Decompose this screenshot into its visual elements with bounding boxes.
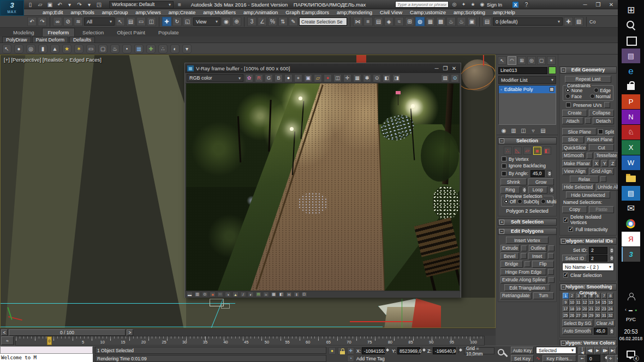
loop-button[interactable]: Loop bbox=[528, 186, 548, 194]
select-object-icon[interactable]: ↖ bbox=[116, 17, 125, 26]
create-tab[interactable]: ↖ bbox=[498, 56, 506, 65]
inset-settings-button[interactable] bbox=[548, 253, 554, 259]
hinge-from-edge-button[interactable]: Hinge From Edge bbox=[500, 268, 546, 275]
full-interactivity-checkbox[interactable] bbox=[568, 227, 573, 232]
chess-app-icon[interactable]: ♘ bbox=[622, 125, 640, 140]
sphere-tool-icon[interactable]: ● bbox=[14, 44, 23, 53]
z-coord-spinner[interactable] bbox=[458, 347, 459, 353]
stack-onoff-icon[interactable] bbox=[550, 87, 554, 92]
maximize-window-button[interactable]: ❐ bbox=[593, 1, 604, 8]
clear-all-button[interactable]: Clear All bbox=[595, 319, 616, 327]
mono-channel-icon[interactable]: ● bbox=[294, 74, 302, 82]
menu-item[interactable]: amp;Group bbox=[102, 9, 128, 15]
edit-triangulation-button[interactable]: Edit Triangulation bbox=[504, 284, 550, 291]
extrude-along-spline-button[interactable]: Extrude Along Spline bbox=[500, 276, 547, 283]
vfb-help-icon[interactable]: ⊡ bbox=[301, 292, 307, 297]
add-time-tag-label[interactable]: Add Time Tag bbox=[356, 356, 385, 361]
material-editor-icon[interactable]: ◍ bbox=[415, 17, 425, 26]
constraint-edge-radio[interactable] bbox=[594, 88, 599, 93]
cut-button[interactable]: Cut bbox=[589, 144, 614, 151]
key-mode-dropdown[interactable]: Selected bbox=[536, 347, 576, 354]
edit-polygons-header[interactable]: −Edit Polygons bbox=[498, 228, 557, 235]
tray-expand-icon[interactable]: ‹ bbox=[625, 307, 627, 312]
msmooth-button[interactable]: MSmooth bbox=[562, 152, 585, 159]
preserve-uvs-settings-button[interactable] bbox=[604, 102, 610, 108]
favorites-icon[interactable]: ★ bbox=[469, 1, 476, 8]
search-go-icon[interactable]: ◎ bbox=[451, 1, 458, 8]
sun-tool-icon[interactable]: ✶ bbox=[74, 44, 84, 53]
hide-selected-button[interactable]: Hide Selected bbox=[562, 184, 594, 191]
pan-view-button[interactable]: ✛ bbox=[607, 355, 615, 362]
pixel-info-icon[interactable]: ⊙ bbox=[202, 292, 208, 297]
start-button[interactable]: ⊞ bbox=[622, 3, 640, 17]
winrar-icon[interactable]: ▤ bbox=[622, 49, 640, 63]
paint-tool-icon[interactable]: ◐ bbox=[170, 44, 180, 53]
select-id-spinner[interactable] bbox=[609, 255, 614, 262]
bevel-button[interactable]: Bevel bbox=[500, 252, 519, 260]
smoothing-group-button[interactable]: 16 bbox=[607, 299, 613, 305]
maxscript-listener-pane[interactable]: Welcome to M bbox=[0, 354, 93, 362]
sign-in-button[interactable]: Sign In bbox=[487, 2, 502, 8]
smoothing-group-button[interactable]: 2 bbox=[569, 293, 575, 299]
bevel-settings-button[interactable] bbox=[521, 253, 527, 259]
menu-item[interactable]: amp;Scripting bbox=[454, 9, 485, 15]
mirror-icon[interactable]: ⋈ bbox=[353, 17, 362, 26]
star-tool-icon[interactable]: ★ bbox=[62, 44, 71, 53]
smoothing-group-button[interactable]: 20 bbox=[582, 306, 588, 312]
border-subobject-icon[interactable]: ▱ bbox=[523, 147, 532, 155]
grow-button[interactable]: Grow bbox=[528, 178, 554, 185]
clear-image-icon[interactable]: ● bbox=[324, 74, 332, 82]
element-subobject-icon[interactable]: ◧ bbox=[543, 147, 551, 155]
quickslice-button[interactable]: QuickSlice bbox=[562, 144, 587, 151]
planar-y-button[interactable]: Y bbox=[601, 160, 608, 167]
material-ids-header[interactable]: −Polygon: Material IDs bbox=[559, 238, 617, 245]
configure-modifier-sets-icon[interactable]: ▤ bbox=[539, 126, 547, 134]
teapot-tool-icon[interactable]: ♨ bbox=[110, 44, 120, 53]
relax-settings-button[interactable] bbox=[600, 176, 606, 182]
edit-geometry-header[interactable]: −Edit Geometry bbox=[559, 67, 617, 74]
paste-button[interactable]: Paste bbox=[589, 206, 614, 213]
grid-align-button[interactable]: Grid Align bbox=[589, 168, 614, 175]
x-coord-spinner[interactable] bbox=[385, 347, 386, 353]
redo-icon[interactable]: ↷ bbox=[38, 17, 47, 26]
smoothing-group-button[interactable]: 10 bbox=[569, 299, 575, 305]
menu-item[interactable]: amp;Modifiers bbox=[203, 9, 236, 15]
time-slider-handle[interactable]: 0 / 100 bbox=[9, 329, 126, 336]
menu-item[interactable]: Civil View bbox=[380, 9, 402, 15]
render-last-icon[interactable]: ▣ bbox=[467, 17, 476, 26]
file-explorer-icon[interactable] bbox=[622, 171, 640, 185]
spray-tool-icon[interactable]: ∴ bbox=[158, 44, 168, 53]
taskbar-search-button[interactable] bbox=[622, 18, 640, 33]
render-iterative-icon[interactable]: ♨ bbox=[457, 17, 466, 26]
percent-snap-icon[interactable]: % bbox=[268, 17, 277, 26]
set-id-spinner[interactable] bbox=[609, 247, 614, 254]
x-coord-field[interactable]: -10941551 bbox=[362, 347, 385, 354]
smoothing-groups-header[interactable]: −Polygon: Smoothing Groups bbox=[559, 283, 617, 291]
shrink-button[interactable]: Shrink bbox=[500, 178, 527, 185]
pin-stack-icon[interactable]: ◉ bbox=[500, 126, 508, 134]
compare-horizontal-icon[interactable]: ◧ bbox=[383, 74, 391, 82]
soft-selection-header[interactable]: +Soft Selection bbox=[498, 219, 557, 226]
current-frame-marker[interactable]: 0 bbox=[47, 336, 52, 345]
smoothing-group-button[interactable]: 25 bbox=[563, 312, 569, 318]
view-align-button[interactable]: View Align bbox=[562, 168, 587, 175]
vertex-colors-header[interactable]: −Polygon: Vertex Colors bbox=[559, 340, 617, 346]
select-manipulate-icon[interactable]: ⊕ bbox=[232, 17, 241, 26]
preserve-uvs-checkbox[interactable] bbox=[566, 102, 571, 107]
use-pivot-center-icon[interactable]: ◉ bbox=[222, 17, 231, 26]
macro-recorder-pane[interactable] bbox=[0, 346, 93, 354]
green-tray-icon[interactable]: ● bbox=[635, 308, 637, 312]
select-link-icon[interactable]: ∞ bbox=[53, 17, 62, 26]
smoothing-group-button[interactable]: 15 bbox=[601, 299, 607, 305]
layer-manager-icon[interactable]: ▤ bbox=[374, 17, 383, 26]
absolute-mode-icon[interactable]: ✛ bbox=[347, 347, 354, 354]
curve-editor-icon[interactable]: ≈ bbox=[395, 17, 404, 26]
copy-button[interactable]: Copy bbox=[562, 206, 587, 213]
attach-button[interactable]: Attach bbox=[562, 117, 583, 124]
color-channels-icon[interactable]: ✿ bbox=[245, 74, 253, 82]
duplicate-buffer-icon[interactable]: ◫ bbox=[333, 74, 342, 82]
stack-expand-icon[interactable]: ◦ bbox=[500, 87, 502, 92]
3ds-max-taskbar-icon[interactable]: 3 bbox=[622, 247, 640, 262]
extrude-spline-settings-button[interactable] bbox=[548, 277, 554, 283]
load-image-icon[interactable]: ▱ bbox=[314, 74, 322, 82]
